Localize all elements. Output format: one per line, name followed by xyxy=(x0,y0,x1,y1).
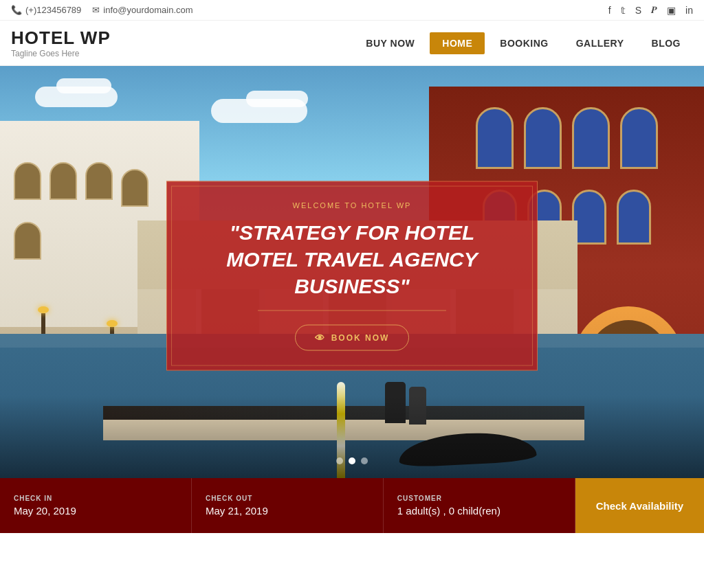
checkout-label: CHECK OUT xyxy=(206,495,369,502)
checkin-value: May 20, 2019 xyxy=(14,505,177,517)
hero-content-box: WELCOME TO HOTEL WP "STRATEGY FOR HOTEL … xyxy=(166,181,538,371)
hero-section: WELCOME TO HOTEL WP "STRATEGY FOR HOTEL … xyxy=(0,66,704,478)
check-availability-button[interactable]: Check Availability xyxy=(575,478,704,533)
main-nav: BUY NOW HOME BOOKING GALLERY BLOG xyxy=(353,32,693,54)
nav-booking[interactable]: BOOKING xyxy=(487,32,560,54)
logo-area: HOTEL WP Tagline Goes Here xyxy=(11,27,111,58)
header: HOTEL WP Tagline Goes Here BUY NOW HOME … xyxy=(0,21,704,66)
cloud-4 xyxy=(246,91,308,107)
checkin-field[interactable]: CHECK IN May 20, 2019 xyxy=(0,478,192,533)
checkout-field[interactable]: CHECK OUT May 21, 2019 xyxy=(192,478,384,533)
nav-home[interactable]: HOME xyxy=(430,32,485,54)
customer-field[interactable]: CUSTOMER 1 adult(s) , 0 child(ren) xyxy=(384,478,575,533)
dot-1[interactable] xyxy=(336,457,343,464)
phone-number: (+)123456789 xyxy=(25,5,81,15)
customer-value: 1 adult(s) , 0 child(ren) xyxy=(397,505,561,517)
linkedin-icon[interactable]: in xyxy=(685,5,693,16)
dot-2[interactable] xyxy=(349,457,355,464)
pinterest-icon[interactable]: 𝑷 xyxy=(651,4,657,16)
customer-label: CUSTOMER xyxy=(397,495,561,502)
check-availability-label: Check Availability xyxy=(596,500,683,512)
twitter-icon[interactable]: 𝕥 xyxy=(621,5,626,16)
logo-title: HOTEL WP xyxy=(11,27,111,49)
eye-icon: 👁 xyxy=(315,332,326,343)
dot-3[interactable] xyxy=(361,457,368,464)
cloud-2 xyxy=(56,78,111,93)
hero-subtitle: WELCOME TO HOTEL WP xyxy=(195,201,509,210)
nav-buy-now[interactable]: BUY NOW xyxy=(353,32,427,54)
hero-divider xyxy=(258,310,447,311)
book-now-button[interactable]: 👁 BOOK NOW xyxy=(295,325,410,351)
email-address: info@yourdomain.com xyxy=(103,5,192,15)
checkout-value: May 21, 2019 xyxy=(206,505,369,517)
top-bar: 📞 (+)123456789 ✉ info@yourdomain.com f 𝕥… xyxy=(0,0,704,21)
nav-blog[interactable]: BLOG xyxy=(639,32,693,54)
hero-shadow xyxy=(0,396,704,478)
book-now-label: BOOK NOW xyxy=(331,333,390,343)
instagram-icon[interactable]: ▣ xyxy=(667,5,676,16)
nav-gallery[interactable]: GALLERY xyxy=(564,32,637,54)
phone-info: 📞 (+)123456789 xyxy=(11,5,81,15)
phone-icon: 📞 xyxy=(11,5,22,15)
slide-dots xyxy=(336,457,368,464)
hero-title: "STRATEGY FOR HOTEL MOTEL TRAVEL AGENCY … xyxy=(195,219,509,299)
skype-icon[interactable]: S xyxy=(635,5,641,16)
email-icon: ✉ xyxy=(92,5,100,15)
social-links: f 𝕥 S 𝑷 ▣ in xyxy=(608,4,693,16)
contact-info: 📞 (+)123456789 ✉ info@yourdomain.com xyxy=(11,5,193,15)
facebook-icon[interactable]: f xyxy=(608,5,611,16)
checkin-label: CHECK IN xyxy=(14,495,177,502)
logo-tagline: Tagline Goes Here xyxy=(11,49,111,58)
booking-bar: CHECK IN May 20, 2019 CHECK OUT May 21, … xyxy=(0,478,704,533)
email-info: ✉ info@yourdomain.com xyxy=(92,5,192,15)
